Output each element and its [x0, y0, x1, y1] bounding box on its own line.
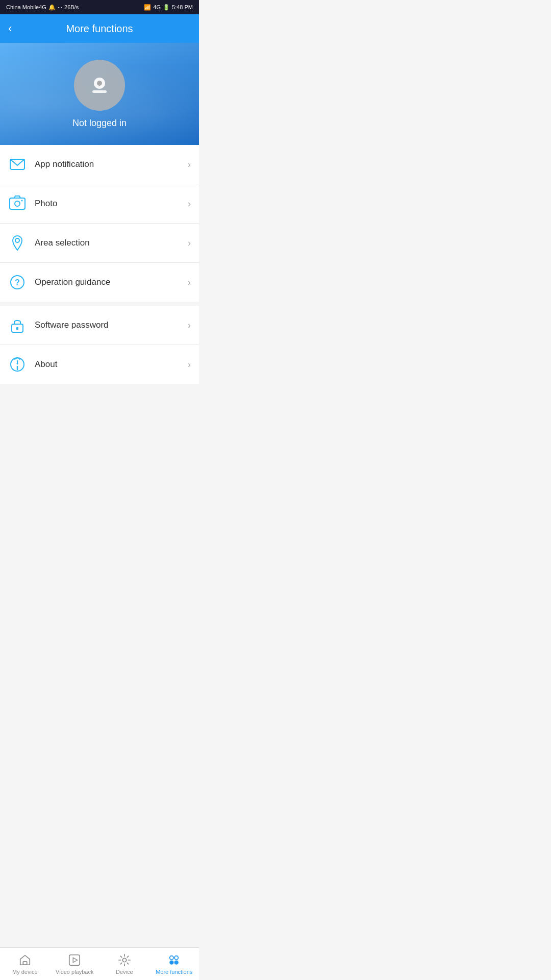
chevron-icon: ›: [188, 359, 191, 370]
menu-item-app-notification[interactable]: App notification ›: [0, 145, 199, 184]
chevron-icon: ›: [188, 277, 191, 288]
location-icon: [8, 234, 27, 252]
menu-item-area-selection[interactable]: Area selection ›: [0, 224, 199, 263]
svg-rect-11: [16, 327, 18, 330]
svg-rect-4: [10, 198, 25, 209]
app-notification-label: App notification: [35, 159, 188, 169]
status-carrier: China Mobile4G 🔔 ··· 26B/s: [6, 4, 79, 11]
camera-avatar: [74, 60, 125, 111]
svg-point-5: [15, 201, 20, 206]
chevron-icon: ›: [188, 238, 191, 249]
chevron-icon: ›: [188, 320, 191, 331]
menu-section-2: Software password › About ›: [0, 306, 199, 384]
status-right: 📶 4G 🔋 5:48 PM: [144, 4, 193, 11]
area-selection-label: Area selection: [35, 238, 188, 248]
svg-rect-2: [92, 90, 107, 93]
svg-text:?: ?: [15, 278, 20, 287]
lock-icon: [8, 316, 27, 334]
menu-section-1: App notification › Photo › Area selectio…: [0, 145, 199, 302]
about-label: About: [35, 359, 188, 370]
chevron-icon: ›: [188, 199, 191, 209]
svg-point-1: [97, 81, 102, 86]
menu-item-photo[interactable]: Photo ›: [0, 184, 199, 224]
menu-item-software-password[interactable]: Software password ›: [0, 306, 199, 345]
notification-icon: [8, 155, 27, 174]
back-button[interactable]: ‹: [8, 22, 12, 35]
operation-guidance-label: Operation guidance: [35, 277, 188, 287]
about-icon: [8, 355, 27, 374]
header: ‹ More functions: [0, 14, 199, 43]
software-password-label: Software password: [35, 320, 188, 330]
page-title: More functions: [66, 23, 133, 35]
menu-item-about[interactable]: About ›: [0, 345, 199, 384]
hero-section: Not logged in: [0, 43, 199, 145]
photo-icon: [8, 194, 27, 213]
help-icon: ?: [8, 273, 27, 291]
svg-point-7: [15, 238, 19, 242]
camera-icon: [85, 71, 114, 100]
menu-item-operation-guidance[interactable]: ? Operation guidance ›: [0, 263, 199, 302]
svg-point-6: [21, 200, 23, 202]
photo-label: Photo: [35, 199, 188, 209]
chevron-icon: ›: [188, 159, 191, 170]
login-status: Not logged in: [72, 118, 127, 129]
status-bar: China Mobile4G 🔔 ··· 26B/s 📶 4G 🔋 5:48 P…: [0, 0, 199, 14]
